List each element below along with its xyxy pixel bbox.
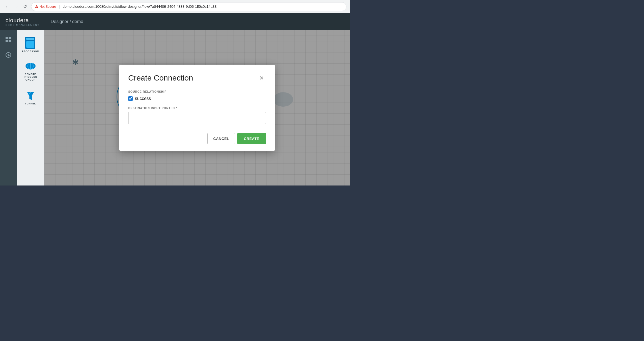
destination-input-port-id-field[interactable] <box>128 112 266 124</box>
tool-funnel[interactable]: FUNNEL <box>23 89 38 107</box>
create-connection-dialog: Create Connection ✕ SOURCE RELATIONSHIP … <box>119 65 275 151</box>
remote-process-group-label: REMOTE PROCESS GROUP <box>21 73 40 81</box>
sidebar-icon-gauge[interactable] <box>3 50 13 60</box>
remote-process-group-icon <box>25 63 36 72</box>
warning-icon: ! <box>35 5 39 9</box>
required-star: * <box>176 107 177 110</box>
processor-label: PROCESSOR <box>22 50 39 53</box>
url-text: demo.cloudera.com:10080/efm/ui/#/flow-de… <box>62 4 217 9</box>
cancel-button[interactable]: CANCEL <box>207 133 235 144</box>
forward-button[interactable]: → <box>12 3 20 11</box>
svg-rect-9 <box>26 41 34 48</box>
svg-point-5 <box>6 52 11 57</box>
breadcrumb: Designer / demo <box>51 19 83 24</box>
dialog-header: Create Connection ✕ <box>128 74 266 82</box>
left-sidebar <box>0 30 17 185</box>
success-checkbox-row: success <box>128 96 266 101</box>
svg-rect-1 <box>6 37 8 39</box>
not-secure-indicator: ! Not Secure <box>35 5 56 9</box>
top-navbar: cloudera EDGE MANAGEMENT Designer / demo <box>0 13 350 30</box>
processor-icon <box>25 37 35 49</box>
svg-rect-3 <box>6 40 8 42</box>
svg-rect-4 <box>9 40 11 42</box>
close-dialog-button[interactable]: ✕ <box>257 74 266 82</box>
browser-chrome: ← → ↺ ! Not Secure | demo.cloudera.com:1… <box>0 0 350 13</box>
app-container: cloudera EDGE MANAGEMENT Designer / demo <box>0 13 350 185</box>
logo: cloudera EDGE MANAGEMENT <box>6 17 40 26</box>
success-checkbox[interactable] <box>128 96 133 101</box>
create-button[interactable]: CREATE <box>237 133 266 144</box>
gauge-icon <box>5 52 11 58</box>
modal-overlay: Create Connection ✕ SOURCE RELATIONSHIP … <box>44 30 350 185</box>
tool-processor[interactable]: PROCESSOR <box>19 34 41 55</box>
nav-buttons: ← → ↺ <box>3 3 29 11</box>
dialog-actions: CANCEL CREATE <box>128 133 266 144</box>
logo-text: cloudera <box>6 17 40 24</box>
tool-remote-process-group[interactable]: REMOTE PROCESS GROUP <box>19 61 42 83</box>
sidebar-icon-grid[interactable] <box>3 34 13 44</box>
logo-sub: EDGE MANAGEMENT <box>6 24 40 26</box>
funnel-label: FUNNEL <box>25 102 36 105</box>
main-area: PROCESSOR REMOTE PROCESS GROUP FUNNEL <box>0 30 350 185</box>
not-secure-text: Not Secure <box>39 5 56 9</box>
destination-input-port-id-label: DESTINATION INPUT PORT ID * <box>128 107 266 110</box>
funnel-icon <box>26 91 35 101</box>
close-icon: ✕ <box>259 75 264 81</box>
svg-rect-2 <box>9 37 11 39</box>
grid-icon <box>5 36 11 42</box>
svg-point-6 <box>8 55 9 56</box>
address-bar[interactable]: ! Not Secure | demo.cloudera.com:10080/e… <box>31 2 346 11</box>
svg-rect-8 <box>26 38 34 40</box>
back-button[interactable]: ← <box>3 3 11 11</box>
destination-label-text: DESTINATION INPUT PORT ID <box>128 107 175 110</box>
source-relationship-label: SOURCE RELATIONSHIP <box>128 90 266 93</box>
canvas-area[interactable]: ✱ <box>44 30 350 185</box>
dialog-title: Create Connection <box>128 74 193 82</box>
svg-marker-14 <box>27 92 34 100</box>
url-divider: | <box>59 4 60 9</box>
refresh-button[interactable]: ↺ <box>21 3 29 11</box>
svg-text:!: ! <box>36 6 37 8</box>
success-checkbox-label: success <box>135 96 151 101</box>
tool-panel: PROCESSOR REMOTE PROCESS GROUP FUNNEL <box>17 30 44 185</box>
